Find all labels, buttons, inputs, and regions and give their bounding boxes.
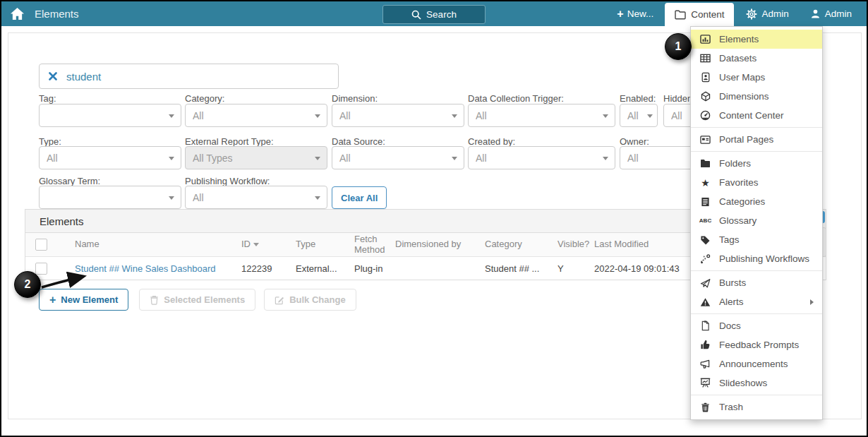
select-all-checkbox[interactable]: [35, 239, 47, 251]
menu-item-alerts[interactable]: Alerts: [691, 292, 822, 311]
chevron-down-icon: [315, 114, 320, 118]
owner-filter-label: Owner:: [620, 136, 649, 147]
workflow-icon: [699, 254, 711, 264]
chevron-down-icon: [169, 196, 174, 200]
menu-item-trash[interactable]: Trash: [691, 397, 822, 417]
slideshow-icon: [699, 378, 711, 388]
hidden-filter-label: Hidden: [663, 93, 692, 104]
element-id: 122239: [239, 263, 293, 274]
gauge-icon: [699, 110, 711, 121]
search-button-label: Search: [426, 9, 457, 20]
user-icon: [810, 8, 821, 19]
glossary-term-filter-label: Glossary Term:: [39, 176, 100, 186]
menu-item-dimensions[interactable]: Dimensions: [691, 87, 822, 106]
bar-chart-icon: [699, 34, 711, 44]
menu-item-publishing-workflows[interactable]: Publishing Workflows: [691, 249, 822, 268]
data-collection-trigger-filter-select[interactable]: All: [468, 104, 615, 127]
data-source-filter-select[interactable]: All: [332, 146, 464, 169]
content-dropdown-menu: Elements Datasets User Maps Dimensions C…: [690, 26, 823, 420]
external-report-type-filter-label: External Report Type:: [185, 136, 274, 147]
publishing-workflow-filter-select[interactable]: All: [185, 186, 327, 209]
thumbs-up-icon: [699, 340, 711, 350]
tag-icon: [699, 235, 711, 245]
user-menu[interactable]: Admin: [801, 8, 861, 19]
tab-content[interactable]: Content: [665, 3, 734, 26]
table-icon: [699, 53, 711, 64]
owner-filter-select[interactable]: All: [620, 146, 697, 169]
column-id[interactable]: ID: [239, 239, 293, 250]
new-button-label: New...: [627, 8, 654, 19]
top-navbar: Elements Search + New... Content: [1, 1, 867, 26]
created-by-filter-label: Created by:: [468, 136, 515, 147]
menu-item-glossary[interactable]: ABC Glossary: [691, 211, 822, 230]
category-filter-label: Category:: [185, 93, 224, 104]
tab-content-label: Content: [691, 9, 724, 20]
window-icon: [699, 135, 711, 145]
trash-icon: [699, 402, 711, 412]
data-source-filter-label: Data Source:: [332, 136, 385, 147]
column-visible[interactable]: Visible?: [555, 239, 591, 250]
menu-item-tags[interactable]: Tags: [691, 230, 822, 249]
dimension-filter-select[interactable]: All: [332, 104, 464, 127]
doc-icon: [699, 321, 711, 331]
column-fetch-method[interactable]: Fetch Method: [351, 234, 392, 256]
menu-item-announcements[interactable]: Announcements: [691, 354, 822, 373]
element-category: Student ## ...: [482, 263, 555, 274]
chevron-down-icon: [315, 157, 320, 160]
enabled-filter-select[interactable]: All: [620, 104, 658, 127]
menu-separator: [691, 395, 822, 395]
menu-item-datasets[interactable]: Datasets: [691, 49, 822, 68]
abc-icon: ABC: [699, 217, 711, 224]
chevron-down-icon: [169, 114, 174, 118]
page-title: Elements: [35, 8, 79, 20]
submenu-chevron-right-icon: [810, 299, 814, 305]
created-by-filter-select[interactable]: All: [468, 146, 615, 169]
column-dimensioned-by[interactable]: Dimensioned by: [392, 239, 482, 250]
menu-item-content-center[interactable]: Content Center: [691, 106, 822, 125]
menu-item-categories[interactable]: Categories: [691, 192, 822, 211]
chevron-down-icon: [452, 157, 457, 160]
menu-item-folders[interactable]: Folders: [691, 154, 822, 173]
cube-icon: [699, 91, 711, 102]
filter-search-input[interactable]: student: [39, 64, 339, 89]
user-menu-label: Admin: [825, 8, 852, 19]
menu-item-user-maps[interactable]: User Maps: [691, 68, 822, 87]
category-filter-select[interactable]: All: [185, 104, 327, 127]
menu-item-elements[interactable]: Elements: [691, 30, 822, 49]
new-button[interactable]: + New...: [608, 8, 662, 20]
column-name[interactable]: Name: [57, 239, 239, 250]
warning-icon: [699, 297, 711, 307]
callout-2-arrow: [37, 268, 96, 292]
glossary-term-filter-select[interactable]: [39, 186, 181, 209]
tag-filter-select[interactable]: [39, 104, 181, 127]
menu-item-favorites[interactable]: ★ Favorites: [691, 173, 822, 192]
search-button[interactable]: Search: [382, 5, 486, 24]
type-filter-select[interactable]: All: [39, 146, 181, 169]
menu-item-bursts[interactable]: Bursts: [691, 273, 822, 292]
chevron-down-icon: [452, 114, 457, 118]
menu-item-docs[interactable]: Docs: [691, 316, 822, 335]
list-icon: [699, 197, 711, 207]
external-report-type-filter-select: All Types: [185, 146, 327, 169]
publishing-workflow-filter-label: Publishing Workflow:: [185, 176, 270, 186]
menu-item-portal-pages[interactable]: Portal Pages: [691, 130, 822, 149]
menu-item-slideshows[interactable]: Slideshows: [691, 373, 822, 393]
clear-all-button[interactable]: Clear All: [332, 186, 387, 209]
callout-badge-1: 1: [665, 33, 692, 60]
home-icon[interactable]: [10, 7, 25, 20]
user-card-icon: [699, 72, 711, 83]
tab-admin-label: Admin: [761, 8, 788, 19]
chevron-down-icon: [647, 114, 653, 118]
menu-separator: [691, 313, 822, 314]
column-category[interactable]: Category: [482, 239, 555, 250]
plus-icon: +: [617, 8, 623, 20]
menu-item-feedback-prompts[interactable]: Feedback Prompts: [691, 335, 822, 354]
chevron-down-icon: [169, 157, 174, 160]
clear-search-icon[interactable]: [49, 72, 57, 80]
filter-search-value: student: [66, 71, 101, 83]
app-window: Elements Search + New... Content: [0, 0, 868, 437]
bulk-change-button: Bulk Change: [264, 289, 356, 311]
column-type[interactable]: Type: [293, 239, 351, 250]
folder-outline-icon: [675, 10, 686, 20]
tab-admin[interactable]: Admin: [737, 8, 797, 20]
